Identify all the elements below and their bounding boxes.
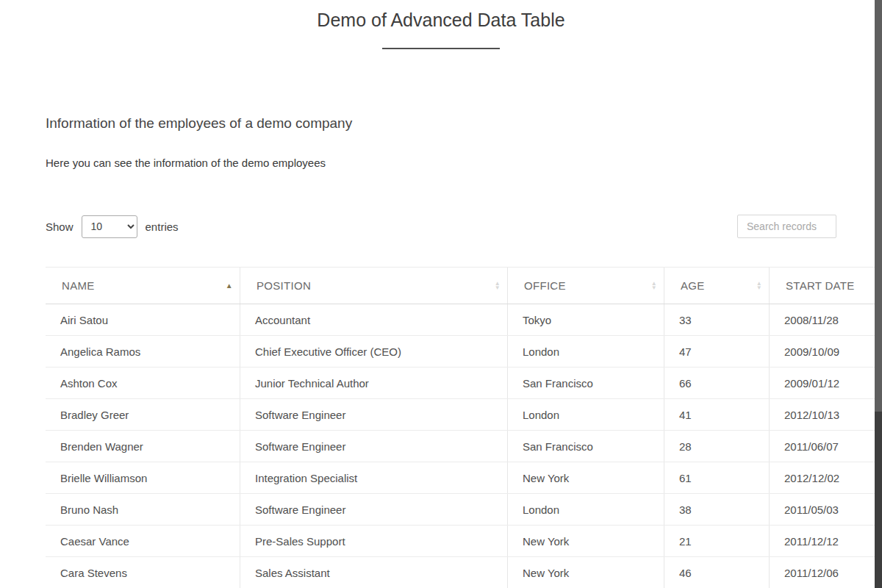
table-cell: 2012/10/13 [770,399,882,431]
table-cell: Chief Executive Officer (CEO) [240,336,508,368]
employees-table: NAME▲▼POSITION▲▼OFFICE▲▼AGE▲▼START DATE▲… [46,267,882,588]
table-row[interactable]: Caesar VancePre-Sales SupportNew York212… [46,526,882,557]
table-cell: San Francisco [508,431,664,462]
table-cell: 47 [664,336,770,368]
table-row[interactable]: Brenden WagnerSoftware EngineerSan Franc… [46,431,882,462]
page-title: Demo of Advanced Data Table [0,9,882,31]
column-header-label: AGE [681,279,705,292]
search-input[interactable] [737,215,836,238]
table-cell: 2009/01/12 [770,368,882,399]
table-row[interactable]: Bradley GreerSoftware EngineerLondon4120… [46,399,882,431]
table-cell: New York [508,557,664,588]
table-cell: Sales Assistant [240,557,508,588]
sort-both-icon: ▲▼ [651,282,657,290]
table-cell: 2012/12/02 [770,462,882,494]
column-header-position[interactable]: POSITION▲▼ [240,268,508,304]
table-cell: 46 [664,557,770,588]
main-content: Information of the employees of a demo c… [0,115,882,588]
table-cell: Caesar Vance [46,526,240,557]
table-row[interactable]: Bruno NashSoftware EngineerLondon382011/… [46,494,882,526]
table-cell: San Francisco [508,368,664,399]
table-cell: London [508,494,664,526]
table-cell: Software Engineer [240,399,508,431]
table-cell: 2011/05/03 [770,494,882,526]
table-body: Airi SatouAccountantTokyo332008/11/28$16… [46,304,882,588]
table-row[interactable]: Cara StevensSales AssistantNew York46201… [46,557,882,588]
table-cell: 2008/11/28 [770,304,882,336]
table-header-row: NAME▲▼POSITION▲▼OFFICE▲▼AGE▲▼START DATE▲… [46,268,882,304]
table-cell: Integration Specialist [240,462,508,494]
table-cell: 28 [664,431,770,462]
table-row[interactable]: Angelica RamosChief Executive Officer (C… [46,336,882,368]
scrollbar[interactable] [875,0,882,588]
section-description: Here you can see the information of the … [46,157,836,169]
table-cell: Junior Technical Author [240,368,508,399]
page-length-control: Show 10 entries [46,215,179,238]
column-header-label: NAME [62,279,95,292]
table-controls: Show 10 entries [46,215,836,238]
sort-both-icon: ▲▼ [495,282,501,290]
section-heading: Information of the employees of a demo c… [46,115,836,132]
table-cell: Software Engineer [240,494,508,526]
column-header-label: POSITION [257,279,311,292]
table-cell: Software Engineer [240,431,508,462]
table-cell: Cara Stevens [46,557,240,588]
table-cell: 2011/12/06 [770,557,882,588]
table-cell: Angelica Ramos [46,336,240,368]
table-cell: Pre-Sales Support [240,526,508,557]
table-cell: Brielle Williamson [46,462,240,494]
sort-both-icon: ▲▼ [756,282,762,290]
table-cell: Bradley Greer [46,399,240,431]
table-cell: 2011/12/12 [770,526,882,557]
table-row[interactable]: Airi SatouAccountantTokyo332008/11/28$16… [46,304,882,336]
table-cell: Brenden Wagner [46,431,240,462]
table-cell: 41 [664,399,770,431]
table-cell: 33 [664,304,770,336]
entries-label: entries [146,220,179,233]
column-header-age[interactable]: AGE▲▼ [664,268,770,304]
scrollbar-thumb[interactable] [875,0,882,412]
table-cell: Airi Satou [46,304,240,336]
table-row[interactable]: Brielle WilliamsonIntegration Specialist… [46,462,882,494]
column-header-label: START DATE [786,279,855,292]
column-header-office[interactable]: OFFICE▲▼ [508,268,664,304]
table-cell: 2011/06/07 [770,431,882,462]
table-cell: 61 [664,462,770,494]
column-header-start-date[interactable]: START DATE▲▼ [770,268,882,304]
sort-ascending-icon: ▲▼ [226,282,233,290]
column-header-name[interactable]: NAME▲▼ [46,268,240,304]
table-cell: London [508,336,664,368]
table-cell: Bruno Nash [46,494,240,526]
table-cell: 38 [664,494,770,526]
table-cell: New York [508,526,664,557]
table-cell: 2009/10/09 [770,336,882,368]
table-row[interactable]: Ashton CoxJunior Technical AuthorSan Fra… [46,368,882,399]
table-cell: Accountant [240,304,508,336]
table-cell: New York [508,462,664,494]
page-length-select[interactable]: 10 [82,215,137,238]
title-divider [382,48,500,49]
column-header-label: OFFICE [524,279,566,292]
table-cell: London [508,399,664,431]
table-cell: Ashton Cox [46,368,240,399]
table-cell: Tokyo [508,304,664,336]
table-cell: 66 [664,368,770,399]
show-label: Show [46,220,74,233]
table-header: NAME▲▼POSITION▲▼OFFICE▲▼AGE▲▼START DATE▲… [46,268,882,304]
table-cell: 21 [664,526,770,557]
